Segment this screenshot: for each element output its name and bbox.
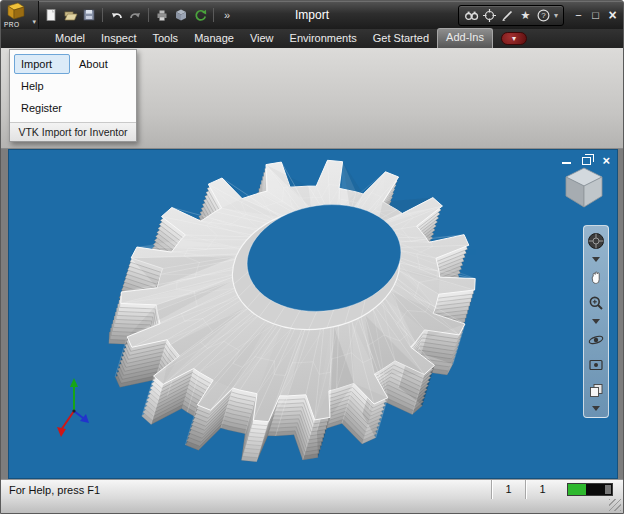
tab-model[interactable]: Model xyxy=(47,29,93,48)
svg-text:?: ? xyxy=(541,11,546,20)
vtk-import-panel: Import About Help Register VTK Import fo… xyxy=(9,49,137,142)
pan-hand-icon[interactable] xyxy=(585,267,607,289)
undo-button[interactable] xyxy=(107,6,125,24)
refresh-button[interactable] xyxy=(191,6,209,24)
open-button[interactable] xyxy=(61,6,79,24)
progress-tail-segment xyxy=(605,485,611,494)
print-button[interactable] xyxy=(153,6,171,24)
favorites-star-icon[interactable]: ★ xyxy=(518,8,533,23)
tab-add-ins[interactable]: Add-Ins xyxy=(437,28,493,48)
titlebar: PRO ▾ xyxy=(1,1,623,29)
status-counter-b: 1 xyxy=(525,480,559,499)
select-crosshair-icon[interactable] xyxy=(482,8,497,23)
navigation-wheel-caret-icon[interactable] xyxy=(585,255,607,264)
window-close-button[interactable]: × xyxy=(604,6,621,24)
axis-triad xyxy=(48,377,108,441)
window-maximize-button[interactable]: □ xyxy=(587,6,604,24)
progress-green-segment xyxy=(568,484,586,495)
application-menu-button[interactable]: PRO ▾ xyxy=(1,1,39,29)
pen-icon[interactable] xyxy=(500,8,515,23)
zoom-caret-icon[interactable] xyxy=(585,317,607,326)
help-dropdown-caret-icon[interactable]: ▾ xyxy=(554,11,558,20)
flyout-item-about[interactable]: About xyxy=(72,54,130,74)
ribbon-tab-bar: Model Inspect Tools Manage View Environm… xyxy=(1,29,623,48)
toolbar-separator xyxy=(213,8,214,22)
navigation-bar xyxy=(583,225,609,418)
orbit-icon[interactable] xyxy=(585,329,607,351)
flyout-item-help[interactable]: Help xyxy=(14,76,70,96)
document-minimize-button[interactable] xyxy=(562,154,571,166)
status-counter-a: 1 xyxy=(491,480,525,499)
quick-access-toolbar: » xyxy=(39,6,239,24)
panel-title: VTK Import for Inventor xyxy=(10,122,136,141)
new-file-button[interactable] xyxy=(42,6,60,24)
status-bar: For Help, press F1 1 1 xyxy=(1,479,623,499)
save-button[interactable] xyxy=(80,6,98,24)
edition-label: PRO xyxy=(4,21,20,28)
flyout-item-register[interactable]: Register xyxy=(14,98,70,118)
titlebar-right-tools: ★ ? ▾ − □ × xyxy=(458,5,623,26)
toolbar-expand-button[interactable]: » xyxy=(218,6,236,24)
look-at-icon[interactable] xyxy=(585,354,607,376)
document-restore-button[interactable] xyxy=(582,154,591,166)
red-dropdown-caret-icon: ▾ xyxy=(512,35,516,43)
status-right: 1 1 xyxy=(491,480,623,499)
ribbon-body: Import About Help Register VTK Import fo… xyxy=(1,48,623,149)
tab-view[interactable]: View xyxy=(242,29,282,48)
red-dropdown-button[interactable]: ▾ xyxy=(501,32,527,45)
tab-environments[interactable]: Environments xyxy=(282,29,365,48)
app-menu-caret-icon: ▾ xyxy=(32,18,36,26)
resize-grip[interactable] xyxy=(609,499,621,511)
toolbar-separator xyxy=(148,8,149,22)
flyout-item-import[interactable]: Import xyxy=(14,54,70,74)
document-close-button[interactable]: × xyxy=(602,154,610,166)
redo-button[interactable] xyxy=(126,6,144,24)
window-bottom-frame xyxy=(1,499,623,513)
update-button[interactable] xyxy=(172,6,190,24)
previous-view-icon[interactable] xyxy=(585,379,607,401)
navigation-wheel-icon[interactable] xyxy=(585,230,607,252)
tab-manage[interactable]: Manage xyxy=(186,29,242,48)
tab-get-started[interactable]: Get Started xyxy=(365,29,437,48)
titlebar-tool-group: ★ ? ▾ xyxy=(458,5,564,26)
window-minimize-button[interactable]: − xyxy=(570,6,587,24)
tab-tools[interactable]: Tools xyxy=(144,29,186,48)
tab-inspect[interactable]: Inspect xyxy=(93,29,144,48)
navbar-more-caret-icon[interactable] xyxy=(585,404,607,413)
search-binoculars-icon[interactable] xyxy=(464,8,479,23)
help-icon[interactable]: ? xyxy=(536,8,551,23)
progress-dark-segment xyxy=(586,484,604,495)
document-window-controls: × xyxy=(562,154,610,166)
status-progress-indicator xyxy=(567,483,613,496)
toolbar-separator xyxy=(102,8,103,22)
viewport[interactable]: × xyxy=(8,149,618,479)
inventor-logo-icon xyxy=(4,2,28,22)
zoom-icon[interactable] xyxy=(585,292,607,314)
app-window: PRO ▾ xyxy=(0,0,624,514)
view-cube[interactable] xyxy=(558,163,606,209)
status-help-text: For Help, press F1 xyxy=(9,484,100,496)
window-controls: − □ × xyxy=(570,6,621,24)
vtk-panel-grid: Import About Help Register xyxy=(10,50,136,122)
